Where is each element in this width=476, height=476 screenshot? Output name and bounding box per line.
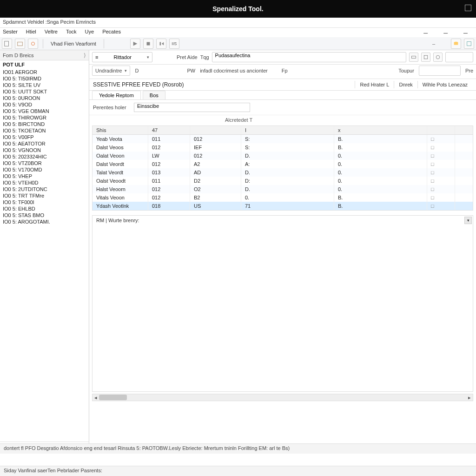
- tool-new-icon[interactable]: [2, 39, 12, 49]
- minimize-child-icon[interactable]: –: [432, 41, 435, 46]
- chevron-down-icon: ▾: [125, 68, 127, 73]
- pin-icon[interactable]: ⟩: [84, 52, 86, 59]
- tool-tag-icon[interactable]: IIS: [169, 39, 179, 49]
- scroll-thumb[interactable]: [99, 395, 127, 400]
- table-row[interactable]: Yeab Veota011012S:B.□: [93, 135, 473, 143]
- sidebar-item[interactable]: IO0 5: THIROWGR: [0, 114, 89, 121]
- col-head[interactable]: Shis: [93, 126, 148, 134]
- sidebar-item[interactable]: IO0 5: AEATOTOR: [0, 140, 89, 147]
- horizontal-scrollbar[interactable]: ◂ ▸: [92, 394, 473, 401]
- tool-gear-icon[interactable]: [28, 39, 38, 49]
- table-cell: Dalst Veoos: [93, 143, 148, 152]
- table-cell: D:: [241, 177, 334, 185]
- table-row[interactable]: Oalst Veoodt011D2D:0.□: [93, 177, 473, 185]
- menu-item[interactable]: Veltre: [45, 29, 58, 36]
- sheet-btn[interactable]: Wihle Pots Lenezaz: [417, 81, 472, 88]
- table-cell: A2: [190, 160, 241, 168]
- menu-item[interactable]: Sester: [3, 29, 18, 36]
- save-icon[interactable]: [421, 53, 430, 62]
- close-icon[interactable]: –: [463, 29, 468, 36]
- toupour-input[interactable]: [419, 66, 461, 76]
- sidebar-root[interactable]: POT ULF: [0, 60, 89, 69]
- sidebar-item[interactable]: IO01 AERGOR: [0, 69, 89, 75]
- sidebar-item[interactable]: IO0 5: SILTE UV: [0, 82, 89, 88]
- tool-open-icon[interactable]: [15, 39, 25, 49]
- toolbar: Vhad Fien Vearfornt IIS –: [0, 37, 476, 50]
- table-cell: 012: [148, 160, 190, 168]
- table-cell: D2: [190, 177, 241, 185]
- col-head[interactable]: x: [334, 126, 427, 134]
- sidebar-item[interactable]: IO0 5: STAS BMO: [0, 212, 89, 218]
- col-head[interactable]: [427, 126, 455, 134]
- filter-dropdown-2[interactable]: Undradintre ▾: [92, 66, 130, 76]
- sidebar-item[interactable]: IO0 5: VTZ0BOR: [0, 160, 89, 166]
- tab[interactable]: Yedole Reptom: [92, 91, 141, 99]
- maximize-icon[interactable]: [465, 5, 471, 11]
- table-row[interactable]: Halst Veoorn012O2D.0.□: [93, 185, 473, 193]
- table-cell: □: [427, 185, 455, 193]
- tool-run-icon[interactable]: [130, 39, 140, 49]
- table-row[interactable]: Dalst Veordt012A2A:0.□: [93, 160, 473, 168]
- sidebar-item[interactable]: IO0 5: VGE OBMAN: [0, 108, 89, 114]
- sidebar-item[interactable]: IO0 5: V9OD: [0, 101, 89, 108]
- sidebar-list: IO01 AERGORIO0 5: TI50IRMDIO0 5: SILTE U…: [0, 69, 89, 442]
- table-row[interactable]: Vitals Veoon012B20.B.□: [93, 193, 473, 202]
- table-row[interactable]: Dalst Veoos012IEFS:B.□: [93, 143, 473, 152]
- sidebar-item[interactable]: IO0 5: TRT TFMre: [0, 192, 89, 199]
- sidebar-item[interactable]: IO0 5: V00FP: [0, 134, 89, 140]
- sidebar-item[interactable]: IO0 5: VHEP: [0, 173, 89, 179]
- table-row[interactable]: Oalat VeoonLW012D.0.□: [93, 152, 473, 160]
- menu-item[interactable]: Tock: [66, 29, 77, 36]
- sidebar-item[interactable]: IO0 5: VTEH0D: [0, 179, 89, 186]
- table-cell: D.: [241, 152, 334, 160]
- small-input[interactable]: [445, 52, 473, 62]
- sheet-btn[interactable]: Red Hrater L: [355, 81, 394, 88]
- restore-icon[interactable]: –: [443, 29, 448, 36]
- scroll-right-icon[interactable]: ▸: [466, 394, 473, 401]
- tab[interactable]: Bos: [143, 91, 165, 99]
- menu-item[interactable]: Uye: [85, 29, 94, 36]
- menu-item[interactable]: Htiel: [26, 29, 36, 36]
- tag-input[interactable]: Pudasaufectina: [212, 52, 406, 62]
- sidebar-item[interactable]: IO0 5: 2023324HIC: [0, 153, 89, 160]
- separator: [104, 39, 104, 48]
- sheet-btn[interactable]: Dnrek: [394, 81, 417, 88]
- col-head[interactable]: 47: [148, 126, 190, 134]
- table-cell: B2: [190, 193, 241, 202]
- filter-dd1-icon: ≡: [95, 54, 98, 60]
- sidebar-item[interactable]: IO0 5: TI50IRMD: [0, 75, 89, 82]
- table-cell: 011: [148, 135, 190, 143]
- sidebar-item[interactable]: IO0 5: TKOETAON: [0, 127, 89, 134]
- minimize-icon[interactable]: –: [423, 29, 428, 36]
- col-head[interactable]: [190, 126, 241, 134]
- tool-stop-icon[interactable]: [143, 39, 153, 49]
- sidebar-item[interactable]: IO0 5: EHLBD: [0, 205, 89, 212]
- tool-db-icon[interactable]: [451, 39, 461, 49]
- sidebar-item[interactable]: IO0 5: 0UROON: [0, 95, 89, 101]
- tool-step-icon[interactable]: [156, 39, 166, 49]
- col-head[interactable]: I: [241, 126, 334, 134]
- menu-item[interactable]: Pecates: [102, 29, 121, 36]
- filter-dropdown-1[interactable]: ≡ Rittador ▾: [92, 52, 152, 62]
- sidebar-item[interactable]: IO0 5: VGNOON: [0, 147, 89, 153]
- field-label: Perentes holer: [93, 105, 129, 110]
- refresh-icon[interactable]: [433, 53, 443, 62]
- sidebar-item[interactable]: IO0 5: 2UTDITONC: [0, 186, 89, 192]
- sidebar-item[interactable]: IO0 5: BIRCTOND: [0, 121, 89, 127]
- sidebar-item[interactable]: IO0 5: AROGOTAMI.: [0, 218, 89, 225]
- print-icon[interactable]: [409, 53, 418, 62]
- field-input[interactable]: Einsscibe: [134, 103, 250, 112]
- scroll-left-icon[interactable]: ◂: [93, 394, 99, 401]
- sidebar-item[interactable]: IO0 5: UUTT SOKT: [0, 88, 89, 95]
- sidebar-item[interactable]: IO0 5: TF000I: [0, 199, 89, 205]
- collapse-icon[interactable]: ▾: [464, 217, 472, 224]
- sidebar-item[interactable]: IO0 5: V170OMD: [0, 166, 89, 173]
- table-cell: Oalst Veoodt: [93, 177, 148, 185]
- label-tag: Tqg: [200, 54, 209, 60]
- tool-export-icon[interactable]: [464, 39, 474, 49]
- table-cell: □: [427, 143, 455, 152]
- table-cell: 012: [148, 143, 190, 152]
- table-cell: □: [427, 193, 455, 202]
- table-row[interactable]: Talat Veordt013ADD.0.□: [93, 168, 473, 177]
- table-row[interactable]: Ydash Veotlnk018US71B.□: [93, 202, 473, 210]
